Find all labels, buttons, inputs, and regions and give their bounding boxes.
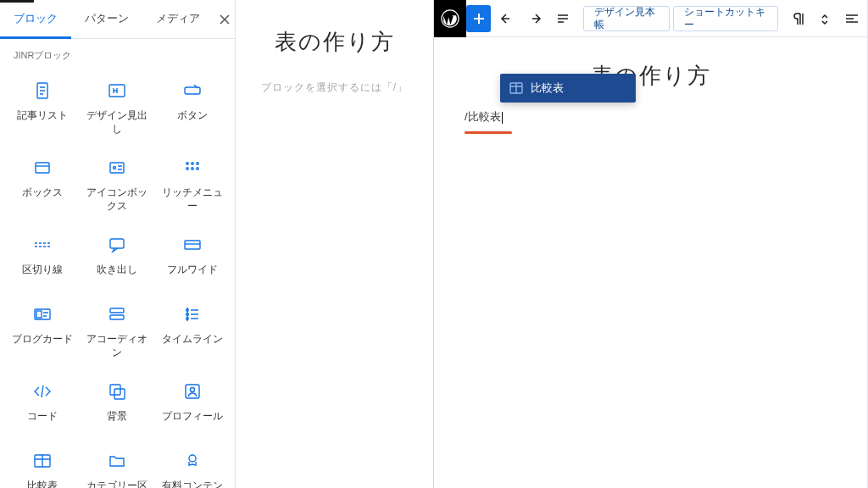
chevrons-vertical-icon xyxy=(817,11,832,26)
undo-icon xyxy=(498,10,515,27)
svg-rect-15 xyxy=(36,311,42,318)
wordpress-icon xyxy=(441,9,459,28)
block-label: タイムライン xyxy=(162,333,223,347)
tab-patterns[interactable]: パターン xyxy=(71,0,142,39)
block-label: アイコンボックス xyxy=(83,186,151,213)
block-label: ボタン xyxy=(177,109,208,123)
block-item-heading[interactable]: デザイン見出し xyxy=(80,69,154,142)
block-item-fullwide[interactable]: フルワイド xyxy=(155,223,230,289)
svg-point-26 xyxy=(189,455,196,462)
svg-rect-22 xyxy=(114,389,125,399)
preview-hint: ブロックを選択するには「/」 xyxy=(261,80,408,95)
design-sample-button[interactable]: デザイン見本帳 xyxy=(583,6,670,31)
divider-icon xyxy=(32,235,53,255)
block-label: 有料コンテンツ xyxy=(159,480,226,488)
svg-rect-2 xyxy=(185,87,200,94)
block-item-doc[interactable]: 記事リスト xyxy=(5,69,80,142)
block-item-button[interactable]: ボタン xyxy=(155,69,230,142)
block-label: 区切り線 xyxy=(22,263,63,277)
profile-icon xyxy=(182,381,203,402)
svg-rect-12 xyxy=(110,239,124,248)
svg-rect-21 xyxy=(110,385,120,395)
close-icon xyxy=(217,12,232,27)
redo-icon xyxy=(526,10,543,27)
timeline-icon xyxy=(182,304,203,324)
block-item-folder[interactable]: カテゴリー区別 xyxy=(80,439,154,488)
editor-toolbar: デザイン見本帳 ショートカットキー xyxy=(434,0,868,37)
block-label: ブログカード xyxy=(12,333,73,347)
block-item-speech[interactable]: 吹き出し xyxy=(80,223,154,289)
block-item-iconbox[interactable]: アイコンボックス xyxy=(80,146,154,219)
svg-rect-13 xyxy=(185,241,200,249)
block-item-code[interactable]: コード xyxy=(5,369,80,435)
svg-point-5 xyxy=(114,167,116,169)
table-icon xyxy=(509,80,524,96)
paragraph-button[interactable] xyxy=(787,6,810,31)
block-label: リッチメニュー xyxy=(159,186,226,213)
block-item-card[interactable]: ブログカード xyxy=(5,292,80,366)
align-button[interactable] xyxy=(840,6,863,31)
block-item-richmenu[interactable]: リッチメニュー xyxy=(155,146,230,219)
block-label: コード xyxy=(27,410,58,424)
block-inserter-view: ブロック パターン メディア JINRブロック 記事リストデザイン見出しボタンボ… xyxy=(0,0,434,488)
document-overview-button[interactable] xyxy=(550,5,575,32)
inserter-tabs: ブロック パターン メディア xyxy=(0,0,235,39)
block-label: 吹き出し xyxy=(97,263,137,277)
code-icon xyxy=(32,381,53,402)
speech-icon xyxy=(107,235,127,255)
undo-button[interactable] xyxy=(494,5,519,32)
paid-icon xyxy=(182,451,203,471)
block-item-table[interactable]: 比較表 xyxy=(5,439,80,488)
block-label: プロフィール xyxy=(162,410,223,424)
fullwide-icon xyxy=(182,235,203,255)
block-label: カテゴリー区別 xyxy=(83,480,151,488)
tab-media[interactable]: メディア xyxy=(142,0,214,39)
shortcut-keys-button[interactable]: ショートカットキー xyxy=(673,6,778,31)
slash-command-input[interactable]: /比較表 xyxy=(465,108,837,126)
svg-point-7 xyxy=(192,163,193,164)
button-icon xyxy=(182,80,203,101)
svg-point-6 xyxy=(186,163,188,164)
block-item-box[interactable]: ボックス xyxy=(5,146,80,219)
block-suggestion[interactable]: 比較表 xyxy=(500,74,636,103)
accordion-icon xyxy=(107,304,127,324)
tab-blocks[interactable]: ブロック xyxy=(0,0,71,39)
svg-rect-17 xyxy=(110,315,124,319)
block-label: ボックス xyxy=(22,186,63,200)
block-label: アコーディオン xyxy=(83,333,151,359)
add-block-button[interactable] xyxy=(466,5,491,32)
align-icon xyxy=(843,11,859,26)
inserter-panel: ブロック パターン メディア JINRブロック 記事リストデザイン見出しボタンボ… xyxy=(0,0,236,488)
block-grid: 記事リストデザイン見出しボタンボックスアイコンボックスリッチメニュー区切り線吹き… xyxy=(0,65,235,488)
wordpress-logo[interactable] xyxy=(434,0,466,37)
preview-title: 表の作り方 xyxy=(275,27,395,57)
block-label: 背景 xyxy=(107,410,127,424)
block-section-label: JINRブロック xyxy=(0,39,235,65)
block-item-profile[interactable]: プロフィール xyxy=(155,369,230,435)
card-icon xyxy=(32,304,53,324)
block-item-timeline[interactable]: タイムライン xyxy=(155,292,230,366)
block-item-paid[interactable]: 有料コンテンツ xyxy=(155,439,230,488)
text-caret xyxy=(502,112,503,124)
doc-icon xyxy=(32,80,53,101)
block-item-bg[interactable]: 背景 xyxy=(80,369,154,435)
editor-view: デザイン見本帳 ショートカットキー 表の作り方 比較表 /比較表 xyxy=(434,0,868,488)
move-button[interactable] xyxy=(813,6,836,31)
slash-text: /比較表 xyxy=(465,110,501,123)
block-item-divider[interactable]: 区切り線 xyxy=(5,223,80,289)
close-inserter-button[interactable] xyxy=(214,0,235,39)
input-underline xyxy=(465,131,512,134)
svg-point-11 xyxy=(197,168,198,169)
svg-rect-3 xyxy=(36,163,49,173)
list-icon xyxy=(554,10,571,27)
block-label: 記事リスト xyxy=(17,109,68,123)
redo-button[interactable] xyxy=(522,5,547,32)
inserter-preview: 表の作り方 ブロックを選択するには「/」 xyxy=(236,0,433,488)
richmenu-icon xyxy=(182,158,203,178)
block-label: フルワイド xyxy=(167,263,218,277)
iconbox-icon xyxy=(107,158,127,178)
bg-icon xyxy=(107,381,127,402)
block-label: デザイン見出し xyxy=(83,109,151,136)
block-item-accordion[interactable]: アコーディオン xyxy=(80,292,154,366)
plus-icon xyxy=(470,10,487,27)
